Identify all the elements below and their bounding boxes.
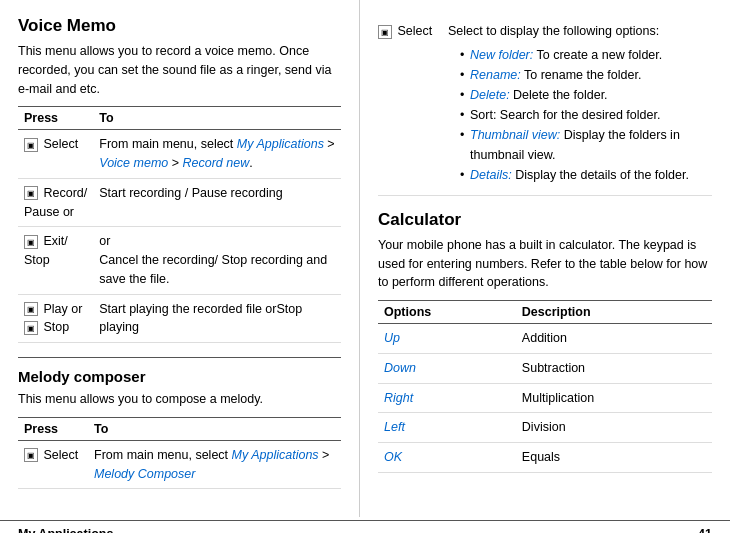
calculator-title: Calculator [378, 210, 712, 230]
press-cell: ▣ Record/Pause or [18, 178, 93, 227]
select-col: ▣ Select [378, 22, 448, 41]
options-list: New folder: To create a new folder. Rena… [460, 45, 712, 185]
calc-col-options: Options [378, 301, 516, 324]
select-icon: ▣ [378, 25, 392, 39]
melody-composer-table: Press To ▣ Select From main menu, select… [18, 417, 341, 490]
stop-icon: ▣ [24, 321, 38, 335]
desc-cell: Addition [516, 324, 712, 354]
desc-cell: Division [516, 413, 712, 443]
list-item: Thumbnail view: Display the folders in t… [460, 125, 712, 165]
select-icon: ▣ [24, 138, 38, 152]
table-row: ▣ Exit/Stop or Cancel the recording/ Sto… [18, 227, 341, 294]
desc-cell: Equals [516, 443, 712, 473]
list-item: Delete: Delete the folder. [460, 85, 712, 105]
desc-cell: Multiplication [516, 383, 712, 413]
table-row: ▣ Select From main menu, select My Appli… [18, 130, 341, 179]
action-cell: or Cancel the recording/ Stop recording … [93, 227, 341, 294]
option-cell: Down [378, 353, 516, 383]
table-row: ▣ Record/Pause or Start recording / Paus… [18, 178, 341, 227]
action-cell: Start playing the recorded file orStop p… [93, 294, 341, 343]
table-row: ▣ Play or ▣ Stop Start playing the recor… [18, 294, 341, 343]
action-cell: From main menu, select My Applications >… [93, 130, 341, 179]
list-item: New folder: To create a new folder. [460, 45, 712, 65]
calculator-table: Options Description Up Addition Down Sub… [378, 300, 712, 473]
calculator-description: Your mobile phone has a built in calcula… [378, 236, 712, 292]
melody-col-press: Press [18, 417, 88, 440]
table-row: ▣ Select From main menu, select My Appli… [18, 440, 341, 489]
table-row: OK Equals [378, 443, 712, 473]
table-row: Left Division [378, 413, 712, 443]
footer-bar: My Applications 41 [0, 520, 730, 533]
desc-cell: Subtraction [516, 353, 712, 383]
option-cell: Up [378, 324, 516, 354]
option-cell: OK [378, 443, 516, 473]
action-cell: From main menu, select My Applications >… [88, 440, 341, 489]
option-cell: Right [378, 383, 516, 413]
table-row: Down Subtraction [378, 353, 712, 383]
exit-icon: ▣ [24, 235, 38, 249]
select-description: Select to display the following options:… [448, 22, 712, 189]
press-cell: ▣ Select [18, 130, 93, 179]
voice-memo-description: This menu allows you to record a voice m… [18, 42, 341, 98]
voice-memo-col-to: To [93, 107, 341, 130]
voice-memo-title: Voice Memo [18, 16, 341, 36]
right-column: ▣ Select Select to display the following… [360, 0, 730, 517]
action-cell: Start recording / Pause recording [93, 178, 341, 227]
voice-memo-table: Press To ▣ Select From main menu, select… [18, 106, 341, 343]
select-icon: ▣ [24, 448, 38, 462]
footer-right: 41 [698, 527, 712, 533]
calc-col-desc: Description [516, 301, 712, 324]
list-item: Sort: Search for the desired folder. [460, 105, 712, 125]
footer-left: My Applications [18, 527, 113, 533]
left-column: Voice Memo This menu allows you to recor… [0, 0, 360, 517]
play-icon: ▣ [24, 302, 38, 316]
table-row: Up Addition [378, 324, 712, 354]
list-item: Rename: To rename the folder. [460, 65, 712, 85]
press-cell: ▣ Play or ▣ Stop [18, 294, 93, 343]
voice-memo-col-press: Press [18, 107, 93, 130]
section-divider [18, 357, 341, 358]
melody-composer-title: Melody composer [18, 368, 341, 385]
list-item: Details: Display the details of the fold… [460, 165, 712, 185]
melody-col-to: To [88, 417, 341, 440]
select-options-row: ▣ Select Select to display the following… [378, 16, 712, 196]
page-container: Voice Memo This menu allows you to recor… [0, 0, 730, 533]
press-cell: ▣ Exit/Stop [18, 227, 93, 294]
record-icon: ▣ [24, 186, 38, 200]
melody-composer-description: This menu allows you to compose a melody… [18, 390, 341, 409]
option-cell: Left [378, 413, 516, 443]
table-row: Right Multiplication [378, 383, 712, 413]
select-label: Select [397, 24, 432, 38]
press-cell: ▣ Select [18, 440, 88, 489]
